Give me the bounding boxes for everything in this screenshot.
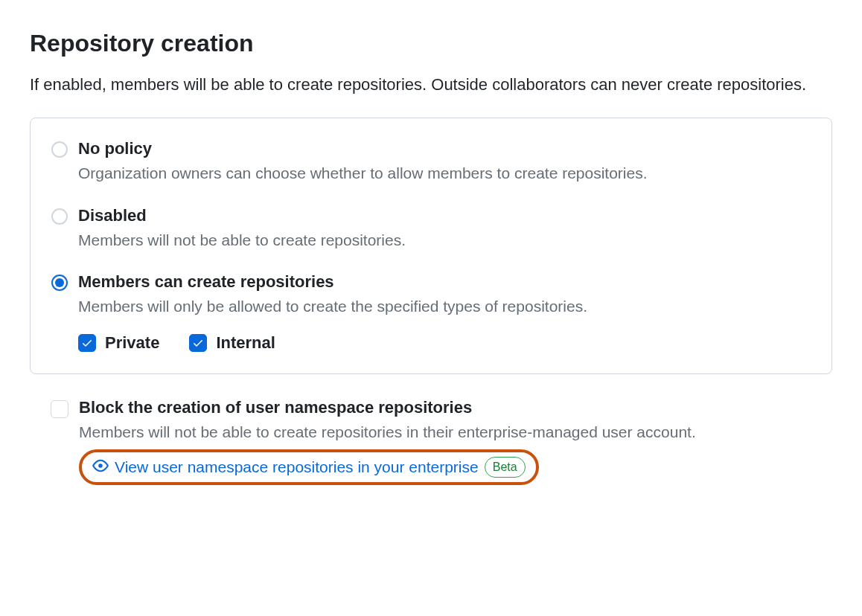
radio-title: Disabled (78, 206, 811, 225)
highlight-annotation: View user namespace repositories in your… (79, 449, 539, 485)
view-link-text: View user namespace repositories in your… (115, 458, 479, 476)
view-namespace-repos-link[interactable]: View user namespace repositories in your… (92, 457, 526, 478)
check-icon (192, 337, 204, 349)
section-title: Repository creation (30, 30, 832, 57)
radio-circle[interactable] (51, 208, 68, 225)
radio-option-no-policy[interactable]: No policy Organization owners can choose… (51, 139, 811, 185)
radio-description: Members will not be able to create repos… (78, 228, 811, 252)
radio-description: Organization owners can choose whether t… (78, 161, 811, 185)
check-icon (81, 337, 93, 349)
block-user-namespace-option: Block the creation of user namespace rep… (30, 398, 832, 486)
checkbox-label: Private (105, 333, 159, 353)
radio-title: Members can create repositories (78, 272, 811, 292)
radio-description: Members will only be allowed to create t… (78, 295, 811, 318)
radio-circle[interactable] (51, 141, 68, 158)
block-description: Members will not be able to create repos… (79, 420, 811, 444)
checkbox-block-namespace[interactable] (51, 400, 68, 418)
checkbox-label: Internal (216, 333, 275, 353)
radio-content: No policy Organization owners can choose… (78, 139, 811, 185)
section-description: If enabled, members will be able to crea… (30, 72, 832, 97)
block-content: Block the creation of user namespace rep… (79, 398, 811, 486)
checkbox-item-private[interactable]: Private (78, 333, 159, 353)
checkbox-item-internal[interactable]: Internal (189, 333, 275, 353)
beta-badge: Beta (485, 457, 526, 478)
radio-option-disabled[interactable]: Disabled Members will not be able to cre… (51, 206, 811, 252)
policy-box: No policy Organization owners can choose… (30, 118, 832, 374)
radio-content: Members can create repositories Members … (78, 272, 811, 353)
radio-content: Disabled Members will not be able to cre… (78, 206, 811, 252)
block-title: Block the creation of user namespace rep… (79, 398, 811, 417)
eye-icon (92, 458, 109, 478)
checkbox-private[interactable] (78, 334, 96, 352)
radio-option-members-can-create[interactable]: Members can create repositories Members … (51, 272, 811, 353)
radio-circle-selected[interactable] (51, 275, 68, 291)
radio-title: No policy (78, 139, 811, 158)
checkbox-internal[interactable] (189, 334, 207, 352)
checkbox-row: Private Internal (78, 333, 811, 353)
